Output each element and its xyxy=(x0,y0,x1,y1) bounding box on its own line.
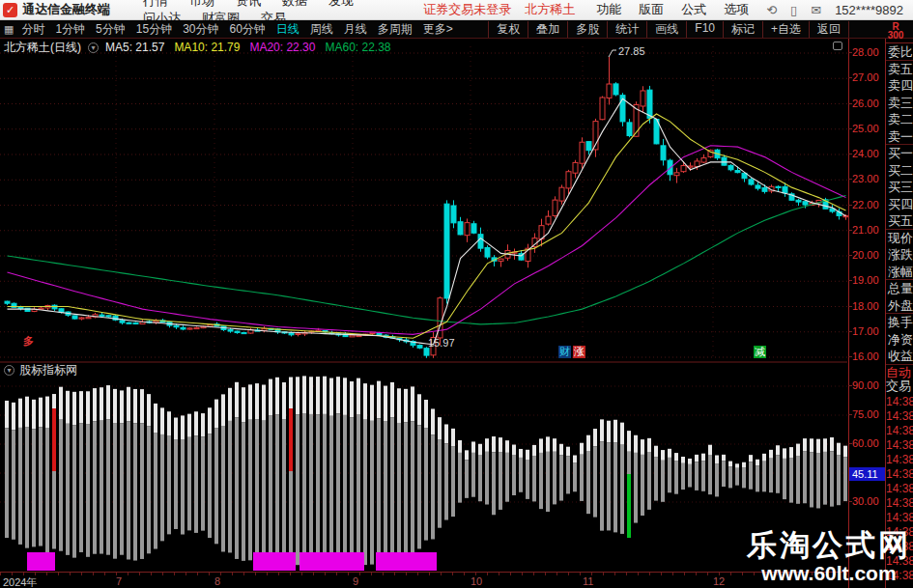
event-marker-up[interactable]: 涨 xyxy=(573,346,585,358)
tool-button-1[interactable]: 复权 xyxy=(488,21,528,38)
period-tab-多周期[interactable]: 多周期 xyxy=(378,21,413,38)
price-axis-label: 20.00 xyxy=(852,249,879,262)
candle-body xyxy=(350,335,355,337)
period-tab-15分钟[interactable]: 15分钟 xyxy=(136,21,172,38)
quote-row-总量[interactable]: 总量 xyxy=(886,280,913,297)
secondary-menu: 功能版面公式选项 xyxy=(596,1,766,18)
quote-row-买三[interactable]: 买三 xyxy=(886,179,913,196)
tool-button-9[interactable]: 返回 xyxy=(809,21,849,38)
indicator-name[interactable]: 股标指标网 xyxy=(19,362,77,378)
period-tab-更多>[interactable]: 更多> xyxy=(423,21,453,38)
indicator-bar xyxy=(451,446,455,517)
indicator-canvas[interactable] xyxy=(0,363,848,572)
multi-window-icon[interactable]: ▦ xyxy=(4,23,14,36)
indicator-bar xyxy=(566,456,570,493)
menu-item-4[interactable]: 数据 xyxy=(282,0,307,8)
tool-button-5[interactable]: 画线 xyxy=(646,21,686,38)
chevron-down-icon[interactable]: ▾ xyxy=(88,42,99,53)
customer-service-icon[interactable]: ⟲ xyxy=(766,3,777,17)
mobile-device-icon[interactable]: ▯ xyxy=(790,3,797,17)
indicator-bar-tip xyxy=(93,388,97,421)
indicator-bar-tip xyxy=(492,436,496,452)
quote-row-外盘[interactable]: 外盘 xyxy=(886,297,913,315)
indicator-bar xyxy=(830,451,834,506)
indicator-bar xyxy=(647,453,651,510)
indicator-bar-tip xyxy=(45,397,49,428)
menu-item-1[interactable]: 行情 xyxy=(143,0,168,8)
menu-bar: ✓ 通达信金融终端 行情市场资讯数据发现问小达财富圈交易 证券交易未登录 北方稀… xyxy=(0,0,913,20)
auto-trade-label[interactable]: 自动 交易 xyxy=(886,366,913,393)
tool-button-7[interactable]: 标记 xyxy=(723,21,762,38)
trade-login-status[interactable]: 证券交易未登录 xyxy=(423,1,511,18)
menu-item-5[interactable]: 发现 xyxy=(328,0,354,8)
menu-right-item-4[interactable]: 选项 xyxy=(724,1,749,18)
period-tab-1分钟[interactable]: 1分钟 xyxy=(55,21,85,38)
indicator-bar-tip xyxy=(214,400,218,429)
period-tab-日线[interactable]: 日线 xyxy=(276,21,300,38)
price-axis-label: 16.00 xyxy=(852,350,879,363)
quote-row-涨跌[interactable]: 涨跌 xyxy=(886,246,913,264)
quote-row-涨幅[interactable]: 涨幅 xyxy=(886,264,913,281)
current-stock-name[interactable]: 北方稀土 xyxy=(525,1,575,18)
account-phone-number[interactable]: 152****9892 xyxy=(835,3,903,17)
indicator-bar-tip xyxy=(194,411,198,435)
quote-row-委比[interactable]: 委比 xyxy=(886,43,913,61)
indicator-bar xyxy=(242,422,245,561)
period-tab-60分钟[interactable]: 60分钟 xyxy=(230,21,266,38)
event-marker-reduce[interactable]: 减 xyxy=(754,346,766,358)
quote-row-买四[interactable]: 买四 xyxy=(886,196,913,213)
quote-row-卖二[interactable]: 卖二 xyxy=(886,111,913,128)
quote-row-卖一[interactable]: 卖一 xyxy=(886,128,913,146)
quote-row-卖五[interactable]: 卖五 xyxy=(886,61,913,78)
period-tab-30分钟[interactable]: 30分钟 xyxy=(183,21,218,38)
tool-button-8[interactable]: +自选 xyxy=(762,21,809,38)
tool-button-2[interactable]: 叠加 xyxy=(528,21,567,38)
mail-icon[interactable]: ✉ xyxy=(811,3,821,17)
menu-right-item-1[interactable]: 功能 xyxy=(596,1,621,18)
chevron-down-icon[interactable]: ▾ xyxy=(4,365,14,376)
quote-row-卖四[interactable]: 卖四 xyxy=(886,77,913,95)
period-tab-月线[interactable]: 月线 xyxy=(344,21,367,38)
menu-item-2[interactable]: 市场 xyxy=(189,0,214,8)
candle-body xyxy=(613,84,618,95)
indicator-bar xyxy=(580,455,584,501)
indicator-bar xyxy=(248,420,252,561)
main-chart-canvas[interactable]: 27.8515.97 xyxy=(0,39,848,363)
candle-body xyxy=(242,332,246,333)
indicator-bar xyxy=(72,425,76,557)
indicator-bar xyxy=(113,423,117,559)
price-axis-label: 21.00 xyxy=(852,224,879,237)
menu-right-item-3[interactable]: 公式 xyxy=(681,1,706,18)
chart-zoom-icon[interactable] xyxy=(833,42,842,50)
date-axis[interactable]: 2024年 789101112 xyxy=(0,572,848,588)
tool-button-4[interactable]: 统计 xyxy=(607,21,646,38)
period-tab-周线[interactable]: 周线 xyxy=(310,21,333,38)
event-marker-finance[interactable]: 财 xyxy=(558,346,571,358)
quote-row-换手[interactable]: 换手 xyxy=(886,314,913,331)
indicator-bar xyxy=(140,423,144,559)
indicator-magenta-block xyxy=(376,552,437,571)
app-logo-icon[interactable]: ✓ xyxy=(3,3,17,17)
indicator-bar xyxy=(417,425,421,548)
menu-item-3[interactable]: 资讯 xyxy=(236,0,261,8)
tool-button-3[interactable]: 多股 xyxy=(567,21,607,38)
quote-row-收益[interactable]: 收益 xyxy=(886,348,913,365)
indicator-bar xyxy=(343,415,347,564)
quote-row-买二[interactable]: 买二 xyxy=(886,162,913,180)
tool-button-6[interactable]: F10 xyxy=(686,21,723,38)
quote-row-卖三[interactable]: 卖三 xyxy=(886,95,913,112)
indicator-bar xyxy=(39,427,43,546)
ma-legend-item-2: MA10: 21.79 xyxy=(174,41,240,54)
candle-body xyxy=(559,187,564,201)
quote-row-现价[interactable]: 现价 xyxy=(886,230,913,247)
period-tab-分时[interactable]: 分时 xyxy=(21,21,44,38)
indicator-bar xyxy=(316,414,320,566)
quote-row-买一[interactable]: 买一 xyxy=(886,145,913,162)
indicator-bar xyxy=(18,428,22,545)
period-tab-5分钟[interactable]: 5分钟 xyxy=(96,21,126,38)
indicator-bar xyxy=(728,466,732,488)
menu-right-item-2[interactable]: 版面 xyxy=(639,1,664,18)
chart-title[interactable]: 北方稀土(日线) xyxy=(4,40,81,56)
quote-row-净资[interactable]: 净资 xyxy=(886,331,913,349)
quote-row-买五[interactable]: 买五 xyxy=(886,212,913,230)
